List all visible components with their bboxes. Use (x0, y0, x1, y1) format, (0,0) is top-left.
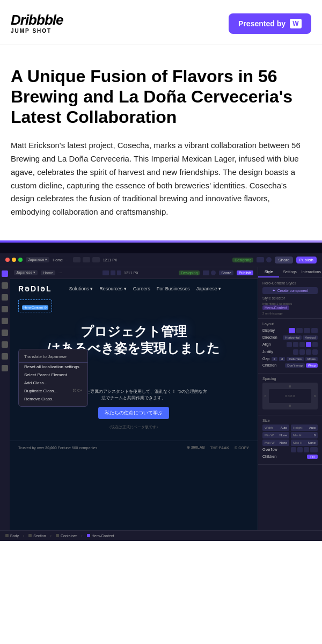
max-height-field[interactable]: Max H None (291, 440, 318, 446)
justify-center[interactable] (299, 349, 305, 355)
align-end-icon[interactable] (299, 342, 305, 347)
container-dot (56, 534, 59, 537)
display-block-icon[interactable] (304, 328, 310, 333)
nav-solutions[interactable]: Solutions ▾ (69, 286, 93, 291)
tab-settings[interactable]: Settings (279, 267, 300, 277)
overflow-auto[interactable] (310, 447, 318, 452)
nav-businesses[interactable]: For Businesses (157, 286, 190, 291)
gap-row: Gap 2 d Columns Rows (262, 357, 318, 361)
px-label: 1211 PX (103, 258, 118, 262)
breadcrumb-section[interactable]: Section (28, 534, 46, 538)
menu-duplicate-class[interactable]: Duplicate Class... ⌘ C+ (19, 387, 87, 395)
breadcrumb-separator-2: › (50, 534, 52, 538)
display-grid-icon[interactable] (296, 328, 303, 333)
gap-unit[interactable]: d (279, 357, 285, 361)
logo-copy: © COPY (235, 446, 249, 450)
users-icon[interactable] (2, 353, 8, 360)
hero-note: （現在は正式にベータ版です） (26, 425, 241, 430)
hero-cta-button[interactable]: 私たちの使命について学ぶ (98, 407, 169, 419)
nav-resources[interactable]: Resources ▾ (99, 286, 127, 291)
overflow-hidden[interactable] (297, 447, 303, 452)
designing-badge[interactable]: Designing (232, 258, 253, 262)
hero-content-selector[interactable]: Hero-Content (262, 305, 289, 310)
phone-icon[interactable] (117, 270, 121, 275)
direction-label: Direction (262, 335, 277, 339)
align-center-icon[interactable] (293, 342, 298, 347)
presented-by-label: Presented by (238, 19, 286, 28)
rows-label: Rows (305, 357, 318, 361)
height-field[interactable]: Height Auto (291, 425, 318, 431)
section-dot (28, 534, 32, 537)
width-field[interactable]: Width Auto (262, 425, 289, 431)
publish-canvas-btn[interactable]: Publish (237, 270, 253, 275)
components-icon[interactable] (2, 306, 8, 312)
align-row: Align (262, 342, 318, 347)
breadcrumb-body[interactable]: Body (5, 534, 19, 538)
device-icon-mobile[interactable] (73, 257, 80, 262)
publish-button[interactable]: Publish (296, 257, 317, 264)
code-icon[interactable] (257, 257, 264, 262)
align-start-icon[interactable] (287, 342, 292, 347)
menu-add-class[interactable]: Add Class... (19, 379, 87, 387)
nav-japanese[interactable]: Japanese ▾ (196, 286, 222, 291)
align-stretch-icon[interactable] (306, 342, 311, 347)
add-icon[interactable] (2, 282, 8, 289)
menu-reset[interactable]: Reset all localization settings (19, 363, 87, 371)
justify-end[interactable] (306, 349, 311, 355)
article-title: A Unique Fusion of Flavors in 56 Brewing… (11, 67, 311, 127)
pages-icon[interactable] (2, 294, 8, 301)
display-none-icon[interactable] (311, 328, 318, 333)
align-baseline-icon[interactable] (312, 342, 318, 347)
gap-value[interactable]: 2 (272, 357, 277, 361)
jump-shot-label: JUMP SHOT (11, 28, 63, 34)
help-icon[interactable] (266, 257, 272, 262)
settings-icon[interactable] (2, 365, 8, 371)
screen-icon[interactable] (103, 270, 109, 275)
cms-icon[interactable] (2, 330, 8, 336)
close-dot (5, 258, 10, 262)
justify-between[interactable] (312, 349, 318, 355)
editor-container: Japanese ▾ Home ··· 1211 PX Designing Sh… (0, 267, 322, 530)
logo-360lab: ⊛ 360LAB (187, 445, 205, 450)
device-icon-tablet[interactable] (83, 257, 90, 262)
max-width-field[interactable]: Max W None (262, 440, 289, 446)
selector-label: Style selector (262, 296, 318, 300)
language-badge[interactable]: Japanese ▾ (26, 257, 49, 262)
min-width-field[interactable]: Min W None (262, 432, 289, 438)
overflow-visible[interactable] (291, 447, 296, 452)
overflow-scroll[interactable] (304, 447, 309, 452)
browser-chrome: Japanese ▾ Home ··· 1211 PX Designing Sh… (0, 253, 322, 267)
menu-select-parent[interactable]: Select Parent Element (19, 371, 87, 379)
code-toggle-icon[interactable] (203, 270, 209, 275)
menu-remove-class[interactable]: Remove Class... (19, 395, 87, 403)
fill-badge[interactable]: Fill (307, 455, 318, 459)
display-flex-icon[interactable] (289, 328, 295, 333)
breadcrumb-hero-content[interactable]: Hero-Content (87, 534, 114, 538)
justify-start[interactable] (293, 349, 298, 355)
japanese-badge[interactable]: Japanese ▾ (14, 270, 38, 275)
nav-careers[interactable]: Careers (133, 286, 150, 291)
presented-by-button[interactable]: Presented by W (229, 13, 311, 34)
gap-label: Gap (262, 357, 269, 361)
min-height-field[interactable]: Min H 0 (291, 432, 318, 438)
dont-wrap[interactable]: Don't wrap (285, 363, 305, 368)
share-canvas-btn[interactable]: Share (219, 270, 233, 275)
ecomm-icon[interactable] (2, 341, 8, 348)
home-breadcrumb[interactable]: Home (41, 270, 55, 275)
canvas-designing[interactable]: Designing (179, 270, 200, 275)
wrap[interactable]: Wrap (306, 363, 318, 368)
tab-style[interactable]: Style (258, 267, 279, 277)
direction-vertical[interactable]: Vertical (303, 335, 318, 340)
direction-horizontal[interactable]: Horizontal (283, 335, 302, 340)
home-link[interactable]: Home (53, 258, 63, 262)
tablet-icon[interactable] (111, 270, 115, 275)
size-label: Size (262, 419, 318, 422)
assets-icon[interactable] (2, 318, 8, 324)
info-icon[interactable] (211, 270, 216, 275)
breadcrumb-container[interactable]: Container (56, 534, 77, 538)
website-preview: RəDIəL Solutions ▾ Resources ▾ Careers F… (10, 279, 258, 530)
share-button[interactable]: Share (275, 257, 292, 264)
tab-interactions[interactable]: Interactions (301, 267, 322, 277)
create-component-btn[interactable]: ✦ Create component (262, 287, 318, 294)
device-icon-desktop[interactable] (92, 257, 100, 262)
